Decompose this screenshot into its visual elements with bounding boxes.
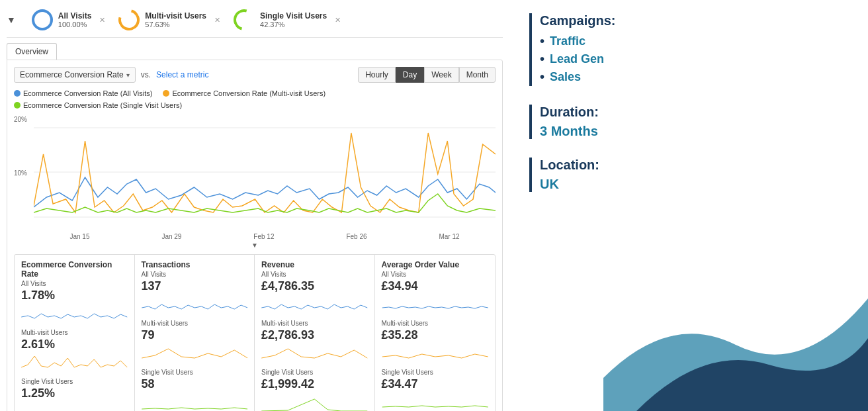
single-visit-pct: 42.37% xyxy=(260,21,327,28)
week-button[interactable]: Week xyxy=(424,67,458,83)
mini-chart-conv-all xyxy=(21,304,128,324)
stat-seg-label-conv-single: Single Visit Users xyxy=(21,378,128,385)
stat-seg-label-rev-all: All Visits xyxy=(261,271,368,278)
single-visit-close[interactable]: ✕ xyxy=(335,16,341,24)
stat-seg-conv-all: All Visits 1.78% xyxy=(21,280,128,325)
duration-label: Duration: xyxy=(540,105,848,120)
stat-seg-label-trans-multi: Multi-visit Users xyxy=(142,320,248,327)
mini-chart-rev-multi xyxy=(261,343,368,363)
stat-seg-label-conv-multi: Multi-visit Users xyxy=(21,329,128,336)
chart-legend: Ecommerce Conversion Rate (All Visits) E… xyxy=(14,89,496,109)
controls-row: Ecommerce Conversion Rate ▾ vs. Select a… xyxy=(14,67,496,83)
mini-chart-aov-single xyxy=(382,392,489,411)
duration-value: 3 Months xyxy=(540,124,848,139)
stat-seg-label-trans-all: All Visits xyxy=(142,271,248,278)
stat-value-aov-multi: £35.28 xyxy=(382,328,489,342)
chevron-down-icon: ▾ xyxy=(126,71,130,79)
stat-title-conversion: Ecommerce Conversion Rate xyxy=(21,260,128,279)
chart-scroll-button[interactable]: ▼ xyxy=(14,242,496,249)
stat-seg-label-conv-all: All Visits xyxy=(21,280,128,287)
mini-chart-conv-multi xyxy=(21,353,128,373)
campaign-leadgen: Lead Gen xyxy=(540,50,848,68)
legend-multi-visit: Ecommerce Conversion Rate (Multi-visit U… xyxy=(163,89,326,97)
multi-visit-pct: 57.63% xyxy=(145,21,206,28)
x-axis: Jan 15 Jan 29 Feb 12 Feb 26 Mar 12 xyxy=(14,233,496,240)
segments-bar: ▼ All Visits 100.00% ✕ Multi-visit Users… xyxy=(7,5,503,38)
stat-value-trans-single: 58 xyxy=(142,377,248,391)
month-button[interactable]: Month xyxy=(459,67,496,83)
stat-seg-aov-all: All Visits £34.94 xyxy=(382,271,489,316)
all-visits-close[interactable]: ✕ xyxy=(99,16,105,24)
stat-seg-label-trans-single: Single Visit Users xyxy=(142,369,248,376)
legend-multi-visit-label: Ecommerce Conversion Rate (Multi-visit U… xyxy=(172,89,326,97)
location-block: Location: UK xyxy=(529,158,848,192)
stat-value-conv-multi: 2.61% xyxy=(21,338,128,351)
single-visit-name: Single Visit Users xyxy=(260,11,327,21)
tab-area: Ecommerce Conversion Rate ▾ vs. Select a… xyxy=(7,60,503,411)
collapse-button[interactable]: ▼ xyxy=(7,15,16,25)
x-label-jan29: Jan 29 xyxy=(161,233,181,240)
hourly-button[interactable]: Hourly xyxy=(358,67,396,83)
metric-label: Ecommerce Conversion Rate xyxy=(20,70,124,79)
stat-seg-trans-single: Single Visit Users 58 xyxy=(142,369,248,411)
all-visits-name: All Visits xyxy=(58,11,91,21)
multi-visit-circle xyxy=(114,5,144,34)
mini-chart-trans-multi xyxy=(142,343,248,363)
stat-value-trans-all: 137 xyxy=(142,279,248,293)
stat-value-rev-single: £1,999.42 xyxy=(261,377,368,391)
single-visit-circle xyxy=(230,5,259,34)
time-buttons: Hourly Day Week Month xyxy=(358,67,496,83)
legend-dot-orange xyxy=(163,90,169,97)
x-label-feb26: Feb 26 xyxy=(346,233,367,240)
campaigns-label: Campaigns: xyxy=(540,13,848,28)
legend-dot-green xyxy=(14,102,21,109)
select-metric-link[interactable]: Select a metric xyxy=(156,70,208,79)
campaign-traffic: Traffic xyxy=(540,32,848,50)
main-chart: 20% 10% xyxy=(14,114,496,230)
stat-seg-aov-multi: Multi-visit Users £35.28 xyxy=(382,320,489,365)
stat-seg-label-aov-single: Single Visit Users xyxy=(382,369,489,376)
day-button[interactable]: Day xyxy=(396,67,424,83)
multi-visit-name: Multi-visit Users xyxy=(145,11,206,21)
stat-seg-label-rev-single: Single Visit Users xyxy=(261,369,368,376)
mini-chart-rev-all xyxy=(261,295,368,314)
left-panel: ▼ All Visits 100.00% ✕ Multi-visit Users… xyxy=(0,0,509,411)
stat-seg-rev-single: Single Visit Users £1,999.42 xyxy=(261,369,368,411)
stat-title-aov: Average Order Value xyxy=(382,260,489,269)
duration-block: Duration: 3 Months xyxy=(529,105,848,139)
x-label-mar12: Mar 12 xyxy=(439,233,459,240)
stat-value-rev-multi: £2,786.93 xyxy=(261,328,368,342)
mini-chart-conv-single xyxy=(21,402,128,411)
overview-tab[interactable]: Overview xyxy=(7,43,57,60)
x-label-jan15: Jan 15 xyxy=(69,233,89,240)
campaigns-list: Traffic Lead Gen Sales xyxy=(540,32,848,86)
stat-card-revenue: Revenue All Visits £4,786.35 Multi-visit… xyxy=(255,255,375,411)
legend-dot-blue xyxy=(14,90,21,97)
multi-visit-close[interactable]: ✕ xyxy=(214,16,220,24)
mini-chart-trans-single xyxy=(142,392,248,411)
stat-seg-label-rev-multi: Multi-visit Users xyxy=(261,320,368,327)
stat-value-conv-all: 1.78% xyxy=(21,289,128,302)
stat-card-transactions: Transactions All Visits 137 Multi-visit … xyxy=(135,255,255,411)
all-visits-circle xyxy=(32,9,53,30)
stat-value-trans-multi: 79 xyxy=(142,328,248,342)
segment-multi-visit: Multi-visit Users 57.63% ✕ xyxy=(118,9,220,30)
vs-label: vs. xyxy=(141,70,151,79)
campaign-sales: Sales xyxy=(540,68,848,86)
x-label-feb12: Feb 12 xyxy=(253,233,274,240)
right-panel: Campaigns: Traffic Lead Gen Sales Durati… xyxy=(509,0,868,411)
segment-all-visits: All Visits 100.00% ✕ xyxy=(32,9,105,30)
segment-single-visit: Single Visit Users 42.37% ✕ xyxy=(234,9,341,30)
chart-svg xyxy=(34,114,496,230)
stat-seg-trans-multi: Multi-visit Users 79 xyxy=(142,320,248,365)
mini-chart-aov-multi xyxy=(382,343,489,363)
metric-dropdown[interactable]: Ecommerce Conversion Rate ▾ xyxy=(14,67,136,83)
legend-single-visit-label: Ecommerce Conversion Rate (Single Visit … xyxy=(23,101,182,109)
location-label: Location: xyxy=(540,158,848,173)
stat-seg-rev-multi: Multi-visit Users £2,786.93 xyxy=(261,320,368,365)
legend-all-visits: Ecommerce Conversion Rate (All Visits) xyxy=(14,89,152,97)
all-visits-pct: 100.00% xyxy=(58,21,91,28)
stat-value-aov-single: £34.47 xyxy=(382,377,489,391)
mini-chart-trans-all xyxy=(142,295,248,314)
location-value: UK xyxy=(540,177,848,192)
